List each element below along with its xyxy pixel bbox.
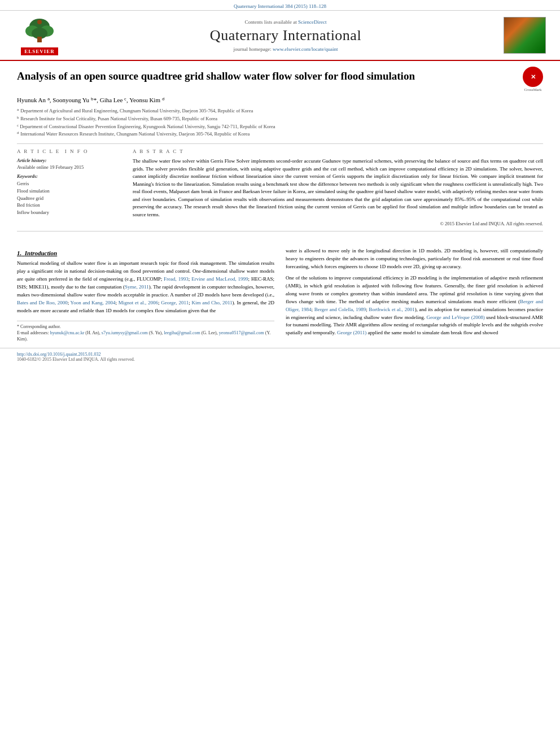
crossmark-label: CrossMark bbox=[523, 88, 543, 92]
journal-header: ELSEVIER Contents lists available at Sci… bbox=[0, 11, 560, 61]
email-kim[interactable]: yeonsu0517@gmail.com bbox=[219, 330, 264, 335]
section1-heading: Introduction bbox=[25, 250, 57, 256]
divider-1 bbox=[17, 143, 543, 144]
issn-line: 1040-6182/© 2015 Elsevier Ltd and INQUA.… bbox=[17, 357, 135, 362]
available-online: Available online 19 February 2015 bbox=[17, 164, 121, 170]
ref-kim-cho[interactable]: Kim and Cho, 2011 bbox=[191, 300, 232, 305]
authors-line: Hyunuk An ᵃ, Soonyoung Yu ᵇ*, Giha Lee ᶜ… bbox=[17, 97, 543, 104]
journal-header-center: Contents lists available at ScienceDirec… bbox=[68, 19, 504, 52]
body-col-right: water is allowed to move only in the lon… bbox=[286, 247, 543, 342]
contents-text: Contents lists available at bbox=[245, 19, 298, 25]
article-info-abstract: A R T I C L E I N F O Article history: A… bbox=[17, 148, 543, 226]
sciencedirect-link[interactable]: ScienceDirect bbox=[298, 19, 326, 25]
contents-line: Contents lists available at ScienceDirec… bbox=[68, 19, 504, 25]
journal-header-left: ELSEVIER bbox=[11, 15, 68, 55]
svg-rect-5 bbox=[37, 37, 42, 42]
ref-ervine[interactable]: Ervine and MacLeod, 1999 bbox=[191, 276, 248, 282]
journal-citation: Quaternary International 384 (2015) 118–… bbox=[234, 3, 326, 9]
keyword-4: Bed friction bbox=[17, 202, 121, 209]
article-info-header: A R T I C L E I N F O bbox=[17, 148, 121, 154]
body-col-left: 1. Introduction Numerical modeling of sh… bbox=[17, 247, 274, 342]
history-label: Article history: bbox=[17, 158, 121, 163]
article-content: Analysis of an open source quadtree grid… bbox=[0, 61, 560, 242]
affiliation-a: ᵃ Department of Agricultural and Rural E… bbox=[17, 107, 543, 115]
journal-thumbnail bbox=[504, 17, 546, 54]
intro-para-2: water is allowed to move only in the lon… bbox=[286, 247, 543, 271]
ref-borthwick[interactable]: Borthwick et al., 2001 bbox=[369, 307, 414, 312]
crossmark-badge: ✕ CrossMark bbox=[523, 67, 543, 92]
elsevier-logo: ELSEVIER bbox=[11, 15, 68, 55]
ref-bates[interactable]: Bates and De Roo, 2000 bbox=[17, 300, 68, 305]
crossmark-icon: ✕ bbox=[523, 67, 543, 87]
section1-title: 1. Introduction bbox=[17, 250, 274, 256]
keyword-5: Inflow boundary bbox=[17, 209, 121, 216]
homepage-link[interactable]: www.elsevier.com/locate/quaint bbox=[273, 46, 338, 52]
keyword-1: Gerris bbox=[17, 180, 121, 187]
article-info-col: A R T I C L E I N F O Article history: A… bbox=[17, 148, 121, 226]
ref-george-2011[interactable]: George (2011) bbox=[337, 330, 366, 335]
ref-mignot[interactable]: Mignot et al., 2006 bbox=[119, 300, 158, 305]
ref-george-leveque[interactable]: George and LeVeque (2008) bbox=[427, 314, 485, 320]
affiliation-d: ᵈ International Water Resources Research… bbox=[17, 130, 543, 138]
body-two-col: 1. Introduction Numerical modeling of sh… bbox=[17, 247, 543, 342]
intro-para-3: One of the solutions to improve computat… bbox=[286, 274, 543, 338]
bottom-bar: http://dx.doi.org/10.1016/j.quaint.2015.… bbox=[0, 348, 560, 365]
page: Quaternary International 384 (2015) 118–… bbox=[0, 0, 560, 747]
ref-fread[interactable]: Fread, 1993 bbox=[164, 276, 189, 282]
keywords-list: Gerris Flood simulation Quadtree grid Be… bbox=[17, 180, 121, 216]
abstract-header: A B S T R A C T bbox=[133, 148, 543, 154]
authors-text: Hyunuk An ᵃ, Soonyoung Yu ᵇ*, Giha Lee ᶜ… bbox=[17, 97, 164, 103]
affiliation-c: ᶜ Department of Constructional Disaster … bbox=[17, 123, 543, 130]
copyright-line: © 2015 Elsevier Ltd and INQUA. All right… bbox=[133, 221, 543, 226]
intro-para-1: Numerical modeling of shallow water flow… bbox=[17, 260, 274, 315]
journal-homepage: journal homepage: www.elsevier.com/locat… bbox=[68, 46, 504, 52]
keywords-label: Keywords: bbox=[17, 173, 121, 179]
affiliations: ᵃ Department of Agricultural and Rural E… bbox=[17, 107, 543, 138]
divider-2 bbox=[17, 231, 543, 231]
keyword-2: Flood simulation bbox=[17, 187, 121, 195]
ref-syme[interactable]: Syme, 2011 bbox=[125, 284, 149, 290]
svg-point-6 bbox=[37, 20, 42, 24]
elsevier-tree-icon bbox=[20, 15, 59, 46]
email-an[interactable]: hyunuk@cnu.ac.kr bbox=[50, 330, 85, 335]
footnote-section: * Corresponding author. E-mail addresses… bbox=[17, 321, 274, 343]
ref-berger-colella[interactable]: Berger and Colella, 1989 bbox=[314, 307, 366, 312]
journal-header-right bbox=[504, 17, 549, 54]
email-lee[interactable]: leegiha@gmail.com bbox=[164, 330, 200, 335]
footnote-email: E-mail addresses: hyunuk@cnu.ac.kr (H. A… bbox=[17, 330, 274, 342]
ref-yoon-kang[interactable]: Yoon and Kang, 2004 bbox=[71, 300, 116, 305]
article-title: Analysis of an open source quadtree grid… bbox=[17, 69, 517, 84]
homepage-text: journal homepage: bbox=[234, 46, 273, 52]
abstract-text: The shallow water flow solver within Ger… bbox=[133, 158, 543, 219]
journal-title: Quaternary International bbox=[68, 27, 504, 44]
affiliation-b: ᵇ Research Institute for Social Critical… bbox=[17, 115, 543, 123]
abstract-col: A B S T R A C T The shallow water flow s… bbox=[133, 148, 543, 226]
elsevier-label: ELSEVIER bbox=[21, 47, 58, 55]
ref-george[interactable]: George, 2011 bbox=[161, 300, 189, 305]
top-bar: Quaternary International 384 (2015) 118–… bbox=[0, 0, 560, 11]
email-yu[interactable]: s7yu.iumysy@gmail.com bbox=[102, 330, 148, 335]
section1-number: 1. bbox=[17, 250, 21, 256]
doi-link[interactable]: http://dx.doi.org/10.1016/j.quaint.2015.… bbox=[17, 352, 101, 357]
keyword-3: Quadtree grid bbox=[17, 195, 121, 202]
footnote-corresponding: * Corresponding author. bbox=[17, 324, 274, 330]
body-content: 1. Introduction Numerical modeling of sh… bbox=[0, 242, 560, 348]
